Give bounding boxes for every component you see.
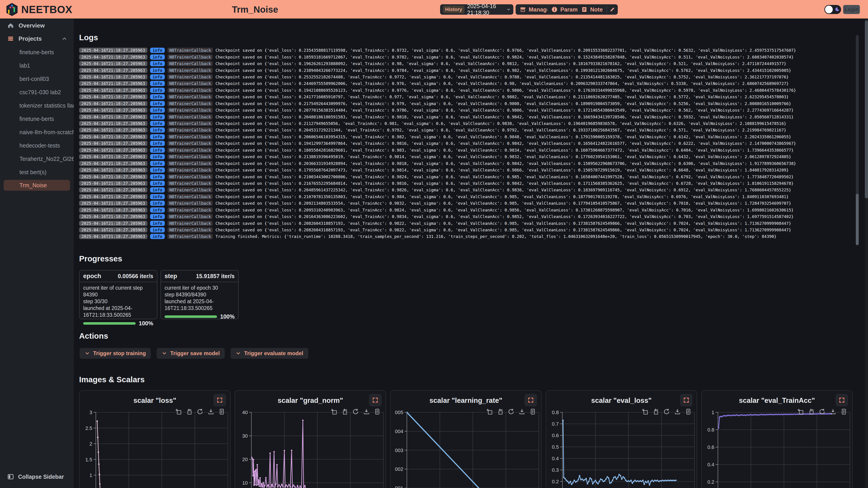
log-message: Checkpoint saved on {'eval_loss': 0.2446… (215, 81, 789, 86)
actions-section-title: Actions (79, 331, 108, 340)
scalar-chart-card: scalar "eval_loss"0.80.70.60.50.40.30.2 (546, 390, 697, 488)
log-tag-badge: NBTrainerCallback (167, 121, 213, 126)
download-button[interactable] (363, 408, 370, 416)
log-tag-badge: NBTrainerCallback (167, 148, 213, 153)
sidebar-project-item[interactable]: bert-conll03 (0, 72, 74, 86)
log-tag-badge: NBTrainerCallback (167, 94, 213, 99)
zoom-select-button[interactable] (486, 408, 493, 416)
chart-plot[interactable]: 005004003002001 (391, 391, 541, 488)
chart-plot[interactable]: 32.521.51 (80, 391, 230, 488)
data-file-icon (218, 408, 225, 415)
log-timestamp: 2025-04-16T21:18:27.205963 (79, 48, 147, 53)
log-list[interactable]: 2025-04-16T21:18:27.205963infoNBTrainerC… (79, 47, 852, 241)
app-root: NEETBOX Trm_Noise History 2025-04-16 21:… (0, 0, 868, 488)
refresh-button[interactable] (352, 408, 360, 416)
undo-zoom-button[interactable] (652, 408, 659, 416)
sidebar-project-item[interactable]: csc791-030 lab2 (0, 86, 74, 99)
manage-label: Manage (529, 6, 550, 13)
zoom-select-button[interactable] (330, 408, 338, 416)
download-button[interactable] (674, 408, 681, 416)
data-file-button[interactable] (373, 408, 381, 416)
log-tag-badge: NBTrainerCallback (167, 55, 213, 60)
data-file-button[interactable] (529, 408, 537, 416)
chevron-down-icon (85, 351, 90, 356)
sidebar-project-item[interactable]: Terahertz_No22_Gl261_gl... (0, 152, 74, 166)
svg-text:002: 002 (395, 466, 403, 472)
log-row: 2025-04-16T21:18:27.205963infoNBTrainerC… (79, 67, 852, 73)
hamburger-icon (7, 35, 14, 42)
progress-bar (164, 315, 217, 318)
log-tag-badge: NBTrainerCallback (167, 201, 213, 206)
logs-scrollbar-thumb[interactable] (856, 194, 859, 245)
sidebar: Overview Projects finetune-bertslab1bert… (0, 19, 74, 488)
progress-card: step15.91857 iter/scurrent iter of epoch… (160, 270, 239, 319)
log-tag-badge: NBTrainerCallback (167, 227, 213, 232)
logs-scrollbar[interactable] (856, 35, 859, 245)
refresh-button[interactable] (663, 408, 671, 416)
edit-note-button[interactable] (607, 4, 618, 15)
sidebar-project-item[interactable]: lab1 (0, 59, 74, 72)
trigger-action-button[interactable]: Trigger evaluate model (230, 348, 308, 359)
sidebar-item-overview[interactable]: Overview (0, 19, 74, 32)
log-message: Checkpoint saved on {'eval_loss': 0.2175… (215, 101, 791, 106)
log-tag-badge: NBTrainerCallback (167, 141, 213, 146)
data-file-button[interactable] (840, 408, 848, 416)
trigger-action-button[interactable]: Trigger stop training (80, 348, 151, 359)
refresh-button[interactable] (818, 408, 826, 416)
undo-zoom-button[interactable] (341, 408, 348, 416)
chart-plot[interactable]: 0.80.70.60.50.40.30.2 (546, 391, 697, 488)
download-button[interactable] (518, 408, 526, 416)
log-message: Checkpoint saved on {'eval_loss': 0.2092… (215, 201, 791, 205)
progress-bar (83, 322, 135, 325)
log-timestamp: 2025-04-16T21:18:27.205963 (79, 201, 147, 206)
zoom-select-button[interactable] (641, 408, 649, 416)
sidebar-project-item[interactable]: hedecoder-tests (0, 139, 74, 152)
page-scrollbar[interactable] (865, 0, 868, 488)
undo-zoom-button[interactable] (496, 408, 504, 416)
log-tag-badge: NBTrainerCallback (167, 101, 213, 106)
action-buttons: Trigger stop trainingTrigger save modelT… (80, 348, 308, 359)
log-timestamp: 2025-04-16T21:18:27.205963 (79, 214, 147, 219)
download-button[interactable] (829, 408, 837, 416)
download-button[interactable] (207, 408, 215, 416)
scalar-chart-card: scalar "grad_norm"40302010 (235, 390, 386, 488)
log-level-badge: info (150, 61, 165, 66)
log-row: 2025-04-16T21:18:27.205963infoNBTrainerC… (79, 207, 852, 213)
theme-toggle[interactable] (825, 5, 841, 14)
sidebar-project-item[interactable]: Trm_Noise (4, 180, 70, 191)
note-button[interactable]: Note (578, 6, 607, 13)
log-timestamp: 2025-04-16T21:18:27.205963 (79, 221, 147, 226)
log-level-badge: info (150, 214, 165, 219)
chart-plot[interactable]: 10.80.60.40.2 (702, 391, 852, 488)
refresh-icon (352, 408, 359, 415)
trigger-action-label: Trigger stop training (93, 350, 146, 357)
log-message: Checkpoint saved on {'eval_loss': 0.2354… (215, 48, 796, 53)
sidebar-project-item[interactable]: finetune-berts (0, 112, 74, 126)
data-file-button[interactable] (218, 408, 225, 416)
svg-text:0.2: 0.2 (552, 479, 559, 484)
sidebar-project-item[interactable]: naive-llm-from-scratch (0, 126, 74, 139)
zoom-select-button[interactable] (797, 408, 804, 416)
collapse-sidebar-button[interactable]: Collapse Sidebar (0, 471, 64, 483)
history-dropdown[interactable]: History 2025-04-16 21:18:30 (440, 4, 513, 15)
progress-card-header: step15.91857 iter/s (161, 270, 238, 282)
chart-plot[interactable]: 40302010 (235, 391, 386, 488)
zoom-select-button[interactable] (175, 408, 182, 416)
zoom-select-icon (331, 408, 337, 415)
progress-card-body: current iter of current step 84390step 3… (80, 282, 157, 318)
page-scrollbar-thumb[interactable] (865, 20, 868, 198)
data-file-button[interactable] (684, 408, 692, 416)
sidebar-project-item[interactable]: test bert(s) (0, 166, 74, 179)
progresses-section-title: Progresses (79, 254, 122, 263)
trigger-action-button[interactable]: Trigger save model (157, 348, 225, 359)
sidebar-project-item[interactable]: finetune-berts (0, 46, 74, 59)
sidebar-project-item[interactable]: tokenizer statistics llama... (0, 99, 74, 112)
undo-zoom-button[interactable] (807, 408, 815, 416)
sidebar-item-projects[interactable]: Projects (0, 32, 74, 45)
refresh-button[interactable] (196, 408, 204, 416)
undo-zoom-button[interactable] (185, 408, 193, 416)
refresh-button[interactable] (507, 408, 515, 416)
login-button[interactable]: Login (843, 5, 860, 14)
svg-text:004: 004 (395, 429, 403, 434)
chevron-down-icon (236, 351, 241, 356)
